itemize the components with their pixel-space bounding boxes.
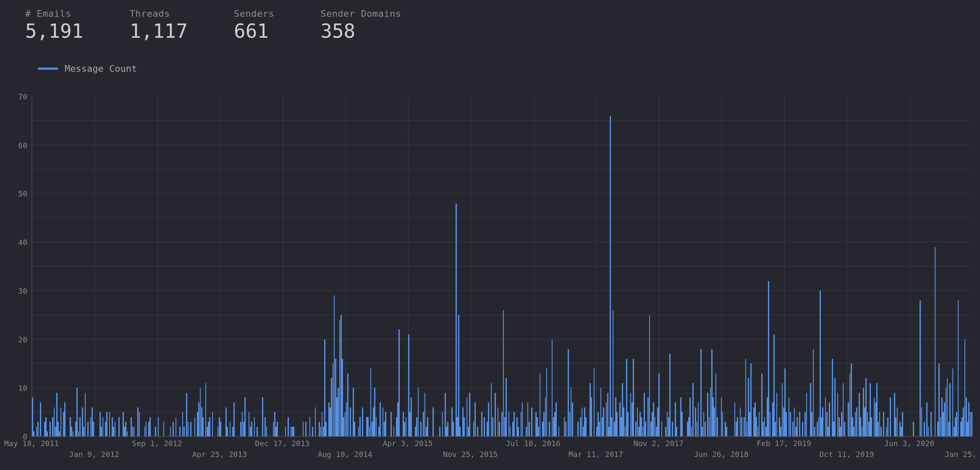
chart-bar[interactable] xyxy=(134,427,135,436)
chart-bar[interactable] xyxy=(492,417,493,436)
chart-bar[interactable] xyxy=(315,407,316,436)
chart-bar[interactable] xyxy=(453,422,454,436)
chart-bar[interactable] xyxy=(305,422,307,436)
chart-bar[interactable] xyxy=(829,402,830,436)
chart-bar[interactable] xyxy=(85,393,86,436)
chart-bar[interactable] xyxy=(565,422,566,436)
chart-bar[interactable] xyxy=(179,427,181,436)
message-count-chart[interactable]: 010203040506070 May 18, 2011Jan 9, 2012S… xyxy=(6,97,972,462)
chart-bar[interactable] xyxy=(649,315,650,436)
chart-bar[interactable] xyxy=(350,407,351,436)
chart-bar[interactable] xyxy=(33,431,34,436)
chart-bar[interactable] xyxy=(325,422,327,436)
chart-bar[interactable] xyxy=(227,427,228,436)
chart-bar[interactable] xyxy=(603,407,604,436)
chart-bar[interactable] xyxy=(50,422,51,436)
chart-bar[interactable] xyxy=(106,412,107,436)
chart-bar[interactable] xyxy=(244,397,246,436)
chart-bar[interactable] xyxy=(376,417,377,436)
chart-bar[interactable] xyxy=(645,422,646,436)
chart-bar[interactable] xyxy=(814,427,815,436)
chart-bar[interactable] xyxy=(474,402,476,436)
chart-bar[interactable] xyxy=(390,412,392,436)
chart-bar[interactable] xyxy=(432,407,434,436)
chart-bar[interactable] xyxy=(183,427,185,436)
chart-bar[interactable] xyxy=(585,417,587,436)
chart-bar[interactable] xyxy=(529,422,530,436)
chart-bar[interactable] xyxy=(40,402,41,436)
chart-bar[interactable] xyxy=(87,422,89,436)
chart-bar[interactable] xyxy=(949,383,951,436)
chart-bar[interactable] xyxy=(79,417,81,436)
chart-bar[interactable] xyxy=(935,247,936,436)
chart-bar[interactable] xyxy=(591,397,592,436)
chart-bar[interactable] xyxy=(627,412,629,436)
chart-bar[interactable] xyxy=(149,417,151,436)
chart-bar[interactable] xyxy=(190,422,191,436)
chart-bar[interactable] xyxy=(558,427,560,436)
chart-bar[interactable] xyxy=(288,417,289,436)
chart-bar[interactable] xyxy=(32,397,33,436)
chart-bar[interactable] xyxy=(902,412,903,436)
chart-bar[interactable] xyxy=(459,427,461,436)
chart-bar[interactable] xyxy=(354,422,355,436)
chart-bar[interactable] xyxy=(118,417,120,436)
chart-bar[interactable] xyxy=(220,422,221,436)
chart-bar[interactable] xyxy=(681,412,683,436)
chart-bar[interactable] xyxy=(47,431,48,436)
chart-bar[interactable] xyxy=(773,334,775,436)
chart-bar[interactable] xyxy=(93,422,94,436)
chart-bar[interactable] xyxy=(698,402,699,436)
chart-bar[interactable] xyxy=(856,407,857,436)
chart-bar[interactable] xyxy=(293,427,294,436)
chart-bar[interactable] xyxy=(890,397,891,436)
chart-bar[interactable] xyxy=(406,417,407,436)
chart-bar[interactable] xyxy=(700,349,702,436)
chart-bar[interactable] xyxy=(952,368,954,436)
chart-bar[interactable] xyxy=(262,397,263,436)
chart-bar[interactable] xyxy=(362,407,363,436)
chart-bar[interactable] xyxy=(209,417,210,436)
chart-bar[interactable] xyxy=(750,363,752,436)
chart-bar[interactable] xyxy=(971,412,972,436)
chart-bar[interactable] xyxy=(924,422,925,436)
chart-bar[interactable] xyxy=(514,412,515,436)
chart-bar[interactable] xyxy=(347,373,349,436)
chart-bar[interactable] xyxy=(254,417,255,436)
chart-bar[interactable] xyxy=(930,412,932,436)
chart-bar[interactable] xyxy=(799,412,800,436)
chart-bar[interactable] xyxy=(488,402,489,436)
chart-bar[interactable] xyxy=(658,373,660,436)
chart-bar[interactable] xyxy=(484,417,485,436)
chart-bar[interactable] xyxy=(458,315,459,436)
chart-bar[interactable] xyxy=(176,417,177,436)
chart-bar[interactable] xyxy=(577,422,579,436)
chart-bar[interactable] xyxy=(540,373,541,436)
chart-bar[interactable] xyxy=(822,407,823,436)
chart-bar[interactable] xyxy=(897,407,898,436)
chart-bar[interactable] xyxy=(73,431,74,436)
chart-bar[interactable] xyxy=(610,116,611,436)
chart-bar[interactable] xyxy=(770,412,771,436)
chart-bar[interactable] xyxy=(439,427,440,436)
chart-bar[interactable] xyxy=(163,422,165,436)
chart-bar[interactable] xyxy=(380,402,381,436)
chart-bar[interactable] xyxy=(393,427,395,436)
chart-bar[interactable] xyxy=(880,427,882,436)
chart-bar[interactable] xyxy=(418,388,419,436)
chart-bar[interactable] xyxy=(266,427,267,436)
chart-bar[interactable] xyxy=(887,417,888,436)
chart-bar[interactable] xyxy=(173,422,174,436)
chart-bar[interactable] xyxy=(499,422,500,436)
chart-bar[interactable] xyxy=(398,329,400,436)
chart-bar[interactable] xyxy=(146,422,147,436)
chart-bar[interactable] xyxy=(522,402,523,436)
chart-bar[interactable] xyxy=(303,422,304,436)
chart-bar[interactable] xyxy=(741,417,742,436)
chart-bar[interactable] xyxy=(456,204,457,436)
chart-bar[interactable] xyxy=(76,388,78,436)
chart-bar[interactable] xyxy=(672,422,673,436)
chart-bar[interactable] xyxy=(669,354,671,436)
chart-bar[interactable] xyxy=(717,417,718,436)
chart-bar[interactable] xyxy=(692,383,694,436)
